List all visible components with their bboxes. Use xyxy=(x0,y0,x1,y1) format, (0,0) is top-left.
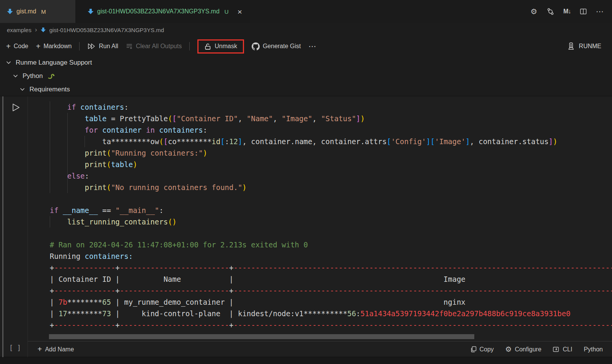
github-icon xyxy=(252,42,260,50)
code-line: Running containers: xyxy=(50,250,612,262)
outline-item-python[interactable]: Python xyxy=(0,69,612,83)
clear-all-outputs-button[interactable]: Clear All Outputs xyxy=(126,43,182,50)
chevron-right-icon: › xyxy=(35,26,37,34)
code-line xyxy=(50,193,612,205)
window-bottom-strip xyxy=(0,357,612,364)
tab-gist-md[interactable]: gist.md M xyxy=(0,0,75,23)
run-all-label: Run All xyxy=(99,43,118,50)
code-line: | 7b********65 | my_runme_demo_container… xyxy=(50,296,612,308)
code-line: for container in containers: xyxy=(50,124,612,136)
chevron-down-icon[interactable] xyxy=(6,61,11,64)
horizontal-scrollbar[interactable] xyxy=(49,334,474,339)
code-lines[interactable]: if containers: table = PrettyTable(["Con… xyxy=(0,96,612,335)
markdown-run-file-icon xyxy=(88,8,94,15)
breadcrumb-folder[interactable]: examples xyxy=(7,27,31,33)
add-code-cell-button[interactable]: + Code xyxy=(6,42,28,51)
toolbar-divider xyxy=(79,42,80,50)
cell-brackets-indicator: [ ] xyxy=(9,344,21,352)
notebook-cell: if containers: table = PrettyTable(["Con… xyxy=(0,96,612,357)
untracked-badge: U xyxy=(225,8,229,15)
cli-icon xyxy=(553,346,560,353)
outline-item-runme-language-support[interactable]: Runme Language Support xyxy=(0,56,612,69)
gear-icon[interactable]: ⚙ xyxy=(531,7,537,16)
add-code-label: Code xyxy=(14,43,28,50)
code-line: +--------------+------------------------… xyxy=(50,319,612,331)
unmask-button[interactable]: Unmask xyxy=(204,43,237,50)
breadcrumb: examples › gist-01HWD053BZ23JN6VA7X3NGP3… xyxy=(0,23,612,37)
cell-language-picker[interactable]: Python xyxy=(584,346,603,353)
chevron-down-icon[interactable] xyxy=(13,74,18,78)
code-line: # Ran on 2024-04-26 11:47:08+01:00 for 2… xyxy=(50,239,612,250)
code-line: +--------------+------------------------… xyxy=(50,262,612,273)
markdown-run-file-icon xyxy=(7,8,13,15)
code-line: if containers: xyxy=(50,101,612,113)
kernel-picker[interactable]: RUNME xyxy=(567,42,606,50)
outline-label: Requirements xyxy=(29,86,70,93)
tab-gist-file[interactable]: gist-01HWD053BZ23JN6VA7X3NGP3YS.md U × xyxy=(75,0,250,23)
code-line: list_running_containers() xyxy=(50,216,612,227)
outline-label: Python xyxy=(23,72,43,80)
code-line: ta*********ow([co********id[:12], contai… xyxy=(50,136,612,147)
add-name-label: Add Name xyxy=(45,346,74,353)
run-all-icon xyxy=(87,43,96,50)
cli-button[interactable]: CLI xyxy=(553,346,572,353)
cli-label: CLI xyxy=(563,346,572,353)
more-actions-icon[interactable]: ⋯ xyxy=(596,7,604,16)
editor-actions: ⚙ M↓ ⋯ xyxy=(531,0,612,23)
runme-logo-icon xyxy=(567,42,575,50)
code-line: print("No running containers found.") xyxy=(50,182,612,193)
split-editor-icon[interactable] xyxy=(580,8,587,15)
notebook-outline: Runme Language Support Python Requiremen… xyxy=(0,56,612,96)
code-line: if __name__ == "__main__": xyxy=(50,205,612,216)
snake-emoji-icon xyxy=(47,73,55,79)
copy-button[interactable]: Copy xyxy=(470,346,494,353)
modified-badge: M xyxy=(41,8,46,15)
tab-title: gist.md xyxy=(16,8,36,15)
code-line: | Container ID | Name | Image | xyxy=(50,273,612,285)
code-line: print(table) xyxy=(50,159,612,170)
unmask-label: Unmask xyxy=(215,43,237,50)
cell-status-bar: + Add Name Copy ⚙ Configure xyxy=(28,341,612,357)
breadcrumb-file[interactable]: gist-01HWD053BZ23JN6VA7X3NGP3YS.md xyxy=(49,27,164,33)
configure-button[interactable]: ⚙ Configure xyxy=(505,345,541,354)
cell-language-label: Python xyxy=(584,346,603,353)
source-control-icon[interactable] xyxy=(547,8,554,15)
add-name-button[interactable]: + Add Name xyxy=(37,345,74,354)
code-line: +--------------+------------------------… xyxy=(50,285,612,296)
gear-icon: ⚙ xyxy=(505,345,512,354)
add-markdown-label: Markdown xyxy=(44,43,72,50)
clear-outputs-icon xyxy=(126,43,133,50)
code-line: print("Running containers:") xyxy=(50,147,612,159)
code-line: else: xyxy=(50,170,612,182)
generate-gist-label: Generate Gist xyxy=(263,43,301,50)
markdown-preview-icon[interactable]: M↓ xyxy=(563,8,571,15)
chevron-down-icon[interactable] xyxy=(20,88,25,91)
toolbar-divider xyxy=(189,42,190,50)
code-line xyxy=(50,227,612,239)
configure-label: Configure xyxy=(515,346,541,353)
more-actions-icon[interactable]: ⋯ xyxy=(309,42,317,51)
notebook-toolbar: + Code + Markdown Run All Clear All Outp… xyxy=(0,37,612,56)
add-markdown-cell-button[interactable]: + Markdown xyxy=(36,42,72,51)
close-tab-icon[interactable]: × xyxy=(238,8,242,16)
clear-all-outputs-label: Clear All Outputs xyxy=(136,43,182,50)
plus-icon: + xyxy=(36,42,41,51)
markdown-run-file-icon xyxy=(41,27,46,32)
tab-title: gist-01HWD053BZ23JN6VA7X3NGP3YS.md xyxy=(97,8,220,15)
generate-gist-button[interactable]: Generate Gist xyxy=(252,42,301,50)
code-line: | 17********73 | kind-control-plane | ki… xyxy=(50,308,612,319)
kernel-label: RUNME xyxy=(579,43,601,50)
outline-label: Runme Language Support xyxy=(16,59,92,67)
outline-item-requirements[interactable]: Requirements xyxy=(0,83,612,96)
plus-icon: + xyxy=(6,42,11,51)
unlock-icon xyxy=(204,43,212,50)
plus-icon: + xyxy=(37,345,42,354)
code-line: table = PrettyTable(["Container ID", "Na… xyxy=(50,113,612,124)
copy-label: Copy xyxy=(480,346,494,353)
run-all-button[interactable]: Run All xyxy=(87,43,118,50)
copy-icon xyxy=(470,346,477,353)
unmask-annotation-box: Unmask xyxy=(197,39,244,54)
editor-tab-bar: gist.md M gist-01HWD053BZ23JN6VA7X3NGP3Y… xyxy=(0,0,612,23)
